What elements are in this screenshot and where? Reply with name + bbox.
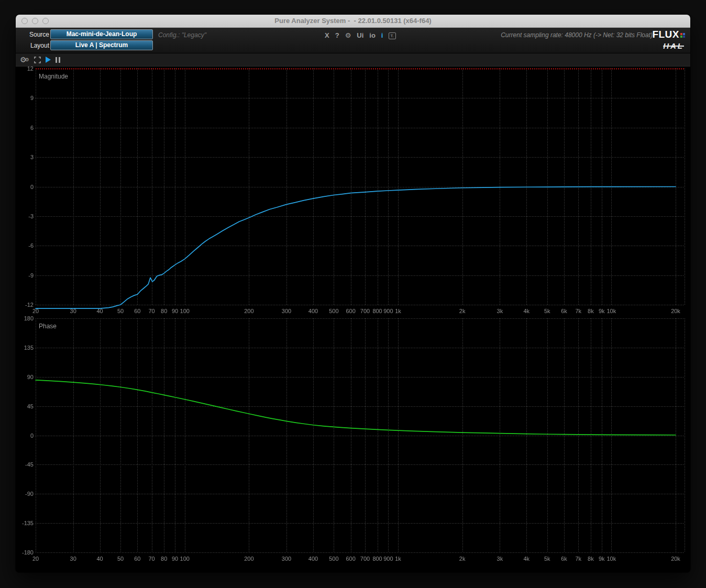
- x-tick-label: 20: [32, 308, 39, 314]
- x-tick-label: 7k: [575, 556, 581, 562]
- x-tick-label: 9k: [599, 308, 605, 314]
- analyzer-settings-icon[interactable]: ⚙⚙: [20, 56, 29, 63]
- x-tick-label: 500: [329, 308, 338, 314]
- flux-logo-text: FLUX: [652, 29, 679, 39]
- x-tick-label: 7k: [575, 308, 581, 314]
- x-tick-label: 5k: [544, 556, 550, 562]
- io-setup-icon[interactable]: io: [369, 31, 376, 40]
- y-tick-label: -180: [16, 549, 34, 556]
- info-icon[interactable]: i: [381, 31, 383, 40]
- x-tick-label: 3k: [497, 556, 503, 562]
- x-tick-label: 1k: [395, 308, 401, 314]
- y-tick-label: 180: [16, 315, 34, 321]
- x-tick-label: 800: [372, 556, 382, 562]
- x-tick-label: 300: [282, 308, 291, 314]
- analysis-plots: Magnitude 129630-3-6-9-12203040506070809…: [16, 66, 690, 572]
- x-tick-label: 30: [70, 308, 76, 314]
- layout-label: Layout: [22, 42, 49, 49]
- y-tick-label: 135: [16, 345, 34, 351]
- x-tick-label: 8k: [588, 308, 594, 314]
- y-tick-label: -9: [16, 272, 34, 279]
- x-tick-label: 80: [161, 556, 167, 562]
- phase-plot-title: Phase: [39, 323, 57, 330]
- x-tick-label: 90: [172, 308, 178, 314]
- magnitude-plot-title: Magnitude: [39, 73, 68, 80]
- y-tick-label: 12: [16, 65, 34, 72]
- x-tick-label: 20k: [671, 556, 680, 562]
- play-button[interactable]: [46, 57, 51, 63]
- x-tick-label: 700: [360, 308, 370, 314]
- flux-logo-dots: [680, 33, 685, 38]
- x-tick-label: 100: [180, 556, 190, 562]
- toolbar-icons: X?⚙UiioiT.: [325, 30, 396, 41]
- x-tick-label: 900: [383, 308, 393, 314]
- x-tick-label: 900: [383, 556, 393, 562]
- close-x-icon[interactable]: X: [325, 31, 329, 40]
- y-tick-label: -135: [16, 520, 34, 526]
- x-tick-label: 60: [134, 308, 140, 314]
- y-tick-label: 45: [16, 403, 34, 409]
- title-bar: Pure Analyzer System - - 22.01.0.50131 (…: [16, 15, 690, 28]
- y-tick-label: 6: [16, 125, 34, 131]
- x-tick-label: 400: [308, 308, 318, 314]
- flux-logo: FLUX: [652, 29, 685, 39]
- x-tick-label: 30: [70, 556, 76, 562]
- y-tick-label: -3: [16, 213, 34, 219]
- y-tick-label: -12: [16, 302, 34, 308]
- x-tick-label: 4k: [523, 308, 530, 314]
- x-tick-label: 8k: [588, 556, 594, 562]
- x-tick-label: 9k: [599, 556, 605, 562]
- pause-button[interactable]: [56, 57, 60, 63]
- x-tick-label: 400: [308, 556, 318, 562]
- x-tick-label: 200: [244, 556, 253, 562]
- magnitude-plot-canvas[interactable]: [16, 66, 690, 316]
- x-tick-label: 6k: [561, 556, 567, 562]
- x-tick-label: 70: [148, 308, 155, 314]
- help-icon[interactable]: ?: [335, 31, 339, 40]
- y-tick-label: 0: [16, 432, 34, 439]
- window-title: Pure Analyzer System - - 22.01.0.50131 (…: [16, 15, 690, 27]
- x-tick-label: 4k: [523, 556, 530, 562]
- settings-gears-icon[interactable]: ⚙: [345, 31, 351, 40]
- x-tick-label: 40: [96, 556, 103, 562]
- source-select-button[interactable]: Mac-mini-de-Jean-Loup: [50, 29, 153, 39]
- x-tick-label: 20: [32, 556, 39, 562]
- x-tick-label: 70: [148, 556, 155, 562]
- y-tick-label: 3: [16, 154, 34, 160]
- x-tick-label: 700: [360, 556, 370, 562]
- x-tick-label: 300: [282, 556, 291, 562]
- magnitude-plot: Magnitude 129630-3-6-9-12203040506070809…: [16, 66, 690, 316]
- x-tick-label: 2k: [459, 308, 466, 314]
- x-tick-label: 100: [180, 308, 190, 314]
- transport-toolbar: ⚙⚙: [16, 53, 690, 66]
- x-tick-label: 6k: [561, 308, 567, 314]
- y-tick-label: -6: [16, 242, 34, 249]
- x-tick-label: 600: [346, 308, 355, 314]
- y-tick-label: 90: [16, 374, 34, 380]
- x-tick-label: 5k: [544, 308, 550, 314]
- x-tick-label: 600: [346, 556, 355, 562]
- sampling-rate-status: Current sampling rate: 48000 Hz (-> Net:…: [501, 31, 653, 39]
- x-tick-label: 20k: [671, 308, 680, 314]
- x-tick-label: 40: [96, 308, 103, 314]
- app-window: Pure Analyzer System - - 22.01.0.50131 (…: [16, 15, 690, 572]
- x-tick-label: 10k: [607, 308, 616, 314]
- x-tick-label: 50: [117, 556, 124, 562]
- fullscreen-icon[interactable]: [34, 57, 41, 63]
- x-tick-label: 800: [372, 308, 382, 314]
- bottom-spacer: [16, 565, 690, 572]
- x-tick-label: 10k: [607, 556, 616, 562]
- source-label: Source: [22, 31, 49, 38]
- x-tick-label: 1k: [395, 556, 401, 562]
- phase-plot-canvas[interactable]: [16, 316, 690, 565]
- config-status: Config.: "Legacy": [158, 31, 206, 39]
- ui-setup-icon[interactable]: Ui: [357, 31, 363, 40]
- x-tick-label: 60: [134, 556, 140, 562]
- hal-logo: HAL: [663, 41, 684, 50]
- x-tick-label: 80: [161, 308, 167, 314]
- text-tool-icon[interactable]: T.: [389, 32, 396, 39]
- layout-select-button[interactable]: Live A | Spectrum: [50, 40, 153, 50]
- y-tick-label: -90: [16, 491, 34, 497]
- phase-plot: Phase 18013590450-45-90-135-180203040506…: [16, 316, 690, 565]
- x-tick-label: 90: [172, 556, 178, 562]
